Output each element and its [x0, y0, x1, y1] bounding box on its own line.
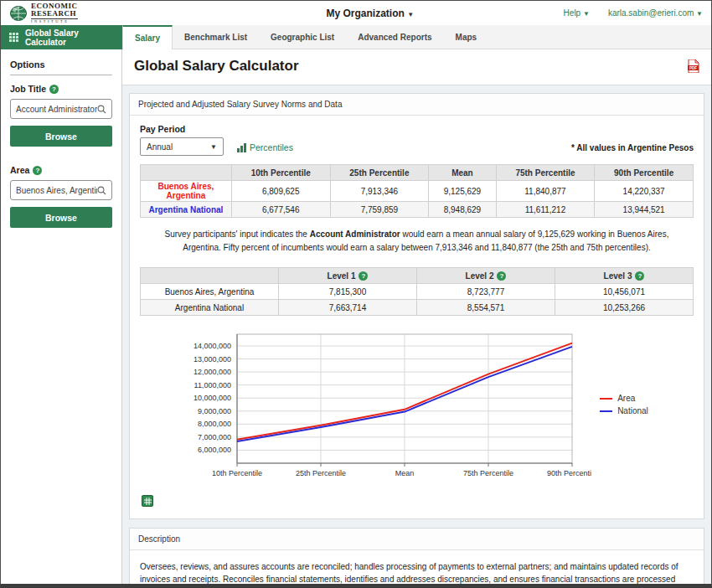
table-row-area: Buenos Aires, Argentina 6,809,625 7,913,…: [141, 181, 694, 202]
col-level3: Level 3?: [555, 268, 694, 284]
survey-norms-panel-title: Projected and Adjusted Salary Survey Nor…: [130, 94, 704, 116]
pay-period-label: Pay Period: [140, 124, 224, 134]
search-icon: [97, 105, 106, 114]
col-90th: 90th Percentile: [595, 165, 694, 181]
salary-line-chart: 6,000,0007,000,0008,000,0009,000,00010,0…: [185, 328, 591, 482]
help-icon[interactable]: ?: [497, 271, 506, 281]
job-title-browse-button[interactable]: Browse: [10, 126, 112, 147]
svg-text:9,000,000: 9,000,000: [198, 407, 231, 415]
help-icon[interactable]: ?: [635, 271, 644, 281]
app-switcher[interactable]: Global Salary Calculator: [1, 25, 122, 49]
job-title-label: Job Title: [10, 84, 46, 94]
logo-line2: RESEARCH: [31, 10, 78, 18]
org-menu[interactable]: My Organization ▼: [177, 8, 564, 19]
page-title-strip: Global Salary Calculator PDF: [122, 49, 711, 85]
currency-note: * All values in Argentine Pesos: [571, 143, 694, 156]
chevron-down-icon: ▼: [696, 10, 703, 18]
svg-text:90th Percentile: 90th Percentile: [547, 469, 591, 477]
search-icon: [97, 186, 106, 195]
svg-text:75th Percentile: 75th Percentile: [463, 469, 513, 477]
col-25th: 25th Percentile: [330, 165, 429, 181]
legend-item-national: National: [600, 406, 648, 415]
svg-text:14,000,000: 14,000,000: [193, 342, 231, 350]
tab-maps[interactable]: Maps: [444, 25, 489, 49]
table-row-national: Argentina National 7,663,714 8,554,571 1…: [141, 300, 694, 316]
page-title: Global Salary Calculator: [134, 58, 299, 75]
chevron-down-icon: ▼: [210, 143, 217, 151]
top-header: ECONOMIC RESEARCH INSTITUTE My Organizat…: [1, 1, 711, 25]
nav-row: Global Salary Calculator Salary Benchmar…: [1, 25, 711, 49]
job-title-search: [10, 99, 112, 119]
user-menu[interactable]: karla.sabin@erieri.com ▼: [608, 8, 703, 18]
tab-benchmark-list[interactable]: Benchmark List: [173, 25, 259, 49]
area-search: [10, 180, 112, 200]
table-row-national: Argentina National 6,677,546 7,759,859 8…: [141, 202, 694, 218]
tab-geographic-list[interactable]: Geographic List: [259, 25, 346, 49]
svg-text:Mean: Mean: [395, 469, 415, 477]
area-row-label[interactable]: Buenos Aires, Argentina: [141, 181, 232, 202]
pdf-export-icon[interactable]: PDF: [687, 59, 699, 73]
legend-swatch: [600, 398, 612, 400]
col-mean: Mean: [429, 165, 496, 181]
excel-export-icon[interactable]: [142, 495, 153, 507]
job-title-input[interactable]: [16, 105, 97, 114]
col-10th: 10th Percentile: [231, 165, 330, 181]
chevron-down-icon: ▼: [407, 11, 414, 18]
svg-text:25th Percentile: 25th Percentile: [296, 469, 346, 477]
svg-text:10th Percentile: 10th Percentile: [212, 469, 262, 477]
app-window: ECONOMIC RESEARCH INSTITUTE My Organizat…: [0, 0, 712, 588]
logo-line3: INSTITUTE: [31, 18, 78, 24]
svg-text:7,000,000: 7,000,000: [198, 433, 231, 441]
help-icon[interactable]: ?: [49, 85, 59, 94]
help-menu[interactable]: Help ▼: [564, 8, 590, 18]
survey-norms-panel: Projected and Adjusted Salary Survey Nor…: [129, 93, 704, 519]
svg-text:6,000,000: 6,000,000: [198, 446, 231, 454]
pay-period-select[interactable]: Annual ▼: [140, 137, 224, 156]
svg-text:PDF: PDF: [689, 66, 697, 70]
options-title: Options: [10, 59, 112, 75]
national-row-label[interactable]: Argentina National: [141, 202, 232, 218]
app-title: Global Salary Calculator: [25, 28, 114, 47]
salary-chart-area: 6,000,0007,000,0008,000,0009,000,00010,0…: [140, 328, 694, 482]
description-title: Description: [130, 529, 704, 550]
tab-advanced-reports[interactable]: Advanced Reports: [346, 25, 443, 49]
eri-globe-icon: [9, 5, 28, 22]
options-sidebar: Options Job Title ? Browse Area ?: [1, 49, 122, 584]
help-icon[interactable]: ?: [33, 166, 42, 175]
percentiles-button[interactable]: Percentiles: [237, 142, 293, 156]
bar-chart-icon: [237, 143, 246, 152]
level-table: Level 1? Level 2? Level 3? Buenos Aires,…: [140, 267, 694, 316]
col-level2: Level 2?: [417, 268, 555, 284]
grid-menu-icon: [9, 33, 18, 42]
tab-bar: Salary Benchmark List Geographic List Ad…: [122, 25, 711, 49]
chart-legend: AreaNational: [600, 390, 648, 419]
help-icon[interactable]: ?: [359, 271, 368, 281]
area-browse-button[interactable]: Browse: [10, 207, 112, 228]
description-panel: Description Oversees, reviews, and assur…: [129, 528, 704, 584]
area-label: Area: [10, 165, 29, 175]
svg-text:12,000,000: 12,000,000: [193, 368, 231, 376]
chevron-down-icon: ▼: [583, 10, 590, 18]
svg-text:8,000,000: 8,000,000: [198, 420, 231, 428]
col-level1: Level 1?: [279, 268, 417, 284]
salary-summary-text: Survey participants' input indicates the…: [155, 228, 678, 254]
legend-swatch: [600, 410, 612, 412]
table-row-area: Buenos Aires, Argentina 7,815,300 8,723,…: [141, 284, 694, 300]
col-75th: 75th Percentile: [496, 165, 595, 181]
percentile-table: 10th Percentile 25th Percentile Mean 75t…: [140, 164, 694, 218]
description-body: Oversees, reviews, and assures accounts …: [130, 550, 704, 584]
tab-salary[interactable]: Salary: [122, 25, 173, 49]
svg-text:11,000,000: 11,000,000: [194, 381, 231, 389]
eri-logo[interactable]: ECONOMIC RESEARCH INSTITUTE: [9, 3, 177, 24]
svg-text:13,000,000: 13,000,000: [193, 355, 231, 364]
legend-item-area: Area: [600, 394, 648, 403]
svg-text:10,000,000: 10,000,000: [193, 394, 231, 402]
area-input[interactable]: [16, 186, 97, 195]
